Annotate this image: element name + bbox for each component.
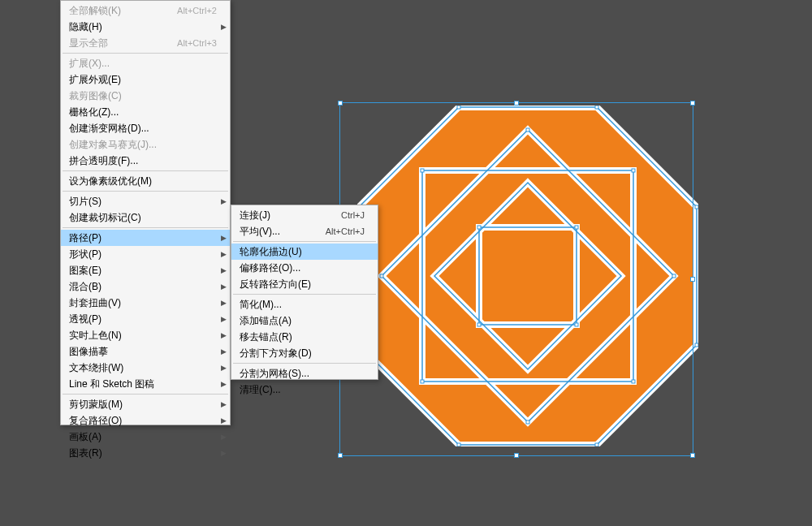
menu-item-label: 文本绕排(W)	[69, 361, 217, 375]
menu-item[interactable]: 画板(A)▶	[61, 429, 230, 445]
menu-item-label: 创建渐变网格(D)...	[69, 122, 217, 136]
submenu-arrow-icon: ▶	[221, 299, 227, 307]
menu-item[interactable]: 偏移路径(O)...	[231, 260, 378, 276]
svg-rect-16	[595, 106, 598, 109]
menu-item-shortcut: Alt+Ctrl+2	[177, 6, 217, 15]
menu-item[interactable]: 实时上色(N)▶	[61, 327, 230, 343]
menu-item-label: 添加锚点(A)	[240, 314, 365, 328]
menu-item[interactable]: 拼合透明度(F)...	[61, 153, 230, 169]
menu-item-label: 设为像素级优化(M)	[69, 175, 217, 188]
resize-handle-bm[interactable]	[514, 453, 519, 458]
svg-rect-24	[672, 274, 676, 278]
menu-item-label: 剪切蒙版(M)	[69, 398, 217, 412]
menu-item-label: 反转路径方向(E)	[240, 278, 365, 291]
context-menu: 全部解锁(K)Alt+Ctrl+2隐藏(H)▶显示全部Alt+Ctrl+3扩展(…	[60, 0, 231, 425]
menu-item[interactable]: 添加锚点(A)	[231, 313, 378, 329]
menu-item[interactable]: 分割下方对象(D)	[231, 345, 378, 361]
menu-item[interactable]: 分割为网格(S)...	[231, 365, 378, 382]
menu-item[interactable]: 栅格化(Z)...	[61, 104, 230, 120]
resize-handle-br[interactable]	[690, 453, 695, 458]
svg-rect-15	[457, 106, 460, 109]
menu-item[interactable]: 扩展外观(E)	[61, 71, 230, 88]
submenu-arrow-icon: ▶	[221, 400, 227, 408]
menu-item-label: 复合路径(O)	[69, 414, 217, 428]
menu-item[interactable]: 连接(J)Ctrl+J	[231, 207, 378, 223]
menu-item[interactable]: 反转路径方向(E)	[231, 276, 378, 292]
menu-item[interactable]: 文本绕排(W)▶	[61, 360, 230, 376]
menu-item[interactable]: 移去锚点(R)	[231, 329, 378, 345]
svg-rect-4	[479, 227, 577, 325]
menu-item-label: 隐藏(H)	[69, 20, 217, 34]
menu-item[interactable]: 剪切蒙版(M)▶	[61, 396, 230, 412]
menu-item[interactable]: 清理(C)...	[231, 382, 378, 398]
menu-item-label: 实时上色(N)	[69, 329, 217, 343]
svg-rect-17	[695, 205, 698, 209]
menu-item[interactable]: 切片(S)▶	[61, 193, 230, 209]
svg-rect-26	[380, 274, 383, 278]
svg-rect-20	[457, 443, 460, 446]
menu-item[interactable]: 路径(P)▶	[61, 230, 230, 246]
menu-item-label: 移去锚点(R)	[240, 330, 365, 344]
submenu-arrow-icon: ▶	[221, 380, 227, 388]
menu-item[interactable]: 透视(P)▶	[61, 311, 230, 327]
menu-item-label: 连接(J)	[240, 209, 328, 222]
svg-rect-29	[632, 380, 635, 383]
submenu-arrow-icon: ▶	[221, 347, 227, 356]
menu-item[interactable]: 形状(P)▶	[61, 246, 230, 262]
menu-separator	[63, 170, 228, 171]
menu-item-label: 创建裁切标记(C)	[69, 211, 217, 225]
menu-item-label: 分割下方对象(D)	[240, 347, 365, 360]
menu-item[interactable]: 隐藏(H)▶	[61, 19, 230, 35]
menu-item-label: 图表(R)	[69, 446, 217, 460]
menu-separator	[63, 394, 228, 394]
svg-rect-18	[695, 343, 698, 347]
menu-item-label: Line 和 Sketch 图稿	[69, 377, 217, 391]
submenu-arrow-icon: ▶	[221, 23, 227, 31]
submenu-arrow-icon: ▶	[221, 282, 227, 291]
menu-item[interactable]: 平均(V)...Alt+Ctrl+J	[231, 223, 378, 239]
menu-item[interactable]: 混合(B)▶	[61, 278, 230, 295]
menu-item[interactable]: Line 和 Sketch 图稿▶	[61, 376, 230, 392]
menu-item-label: 清理(C)...	[240, 383, 365, 397]
menu-item: 全部解锁(K)Alt+Ctrl+2	[61, 2, 230, 19]
menu-item[interactable]: 图表(R)▶	[61, 445, 230, 461]
svg-rect-25	[526, 420, 529, 424]
path-submenu: 连接(J)Ctrl+J平均(V)...Alt+Ctrl+J轮廓化描边(U)偏移路…	[231, 205, 378, 380]
menu-item-label: 封套扭曲(V)	[69, 296, 217, 310]
menu-item[interactable]: 复合路径(O)▶	[61, 412, 230, 429]
menu-item[interactable]: 图案(E)▶	[61, 262, 230, 278]
resize-handle-bl[interactable]	[338, 453, 343, 458]
menu-separator	[63, 191, 228, 192]
menu-item-label: 平均(V)...	[240, 225, 313, 239]
artwork-shape[interactable]: .f { fill:#ef7f1a; stroke:#3498db; strok…	[357, 106, 698, 446]
menu-item: 创建对象马赛克(J)...	[61, 136, 230, 153]
submenu-arrow-icon: ▶	[221, 331, 227, 339]
menu-item-label: 透视(P)	[69, 313, 217, 326]
svg-rect-27	[421, 169, 424, 172]
menu-separator	[233, 363, 376, 364]
svg-rect-34	[477, 323, 481, 326]
menu-item[interactable]: 设为像素级优化(M)	[61, 173, 230, 189]
menu-item[interactable]: 简化(M)...	[231, 296, 378, 313]
menu-item: 扩展(X)...	[61, 55, 230, 71]
menu-item[interactable]: 封套扭曲(V)▶	[61, 295, 230, 311]
menu-item-shortcut: Alt+Ctrl+3	[177, 38, 217, 48]
menu-item: 显示全部Alt+Ctrl+3	[61, 35, 230, 51]
menu-item: 裁剪图像(C)	[61, 88, 230, 104]
submenu-arrow-icon: ▶	[221, 416, 227, 425]
menu-item-shortcut: Ctrl+J	[341, 210, 365, 220]
menu-item-label: 画板(A)	[69, 430, 217, 444]
menu-item[interactable]: 创建渐变网格(D)...	[61, 120, 230, 136]
menu-item[interactable]: 图像描摹▶	[61, 343, 230, 360]
svg-rect-23	[526, 128, 529, 132]
menu-item-label: 轮廓化描边(U)	[240, 245, 365, 259]
submenu-arrow-icon: ▶	[221, 433, 227, 441]
menu-separator	[233, 294, 376, 295]
submenu-arrow-icon: ▶	[221, 364, 227, 372]
menu-item-label: 分割为网格(S)...	[240, 367, 365, 381]
submenu-arrow-icon: ▶	[221, 197, 227, 205]
menu-item[interactable]: 轮廓化描边(U)	[231, 244, 378, 260]
menu-item[interactable]: 创建裁切标记(C)	[61, 209, 230, 226]
menu-separator	[63, 227, 228, 228]
resize-handle-tl[interactable]	[338, 101, 343, 106]
